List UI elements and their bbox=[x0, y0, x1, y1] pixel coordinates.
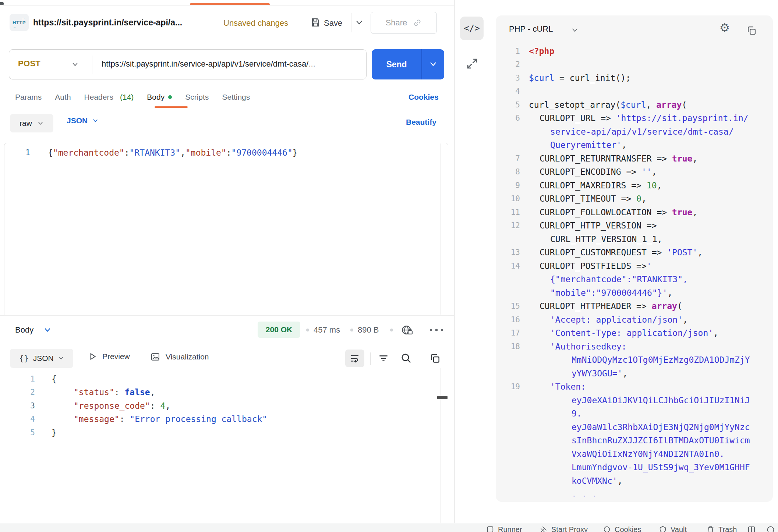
request-title: https://sit.paysprint.in/service-api/a..… bbox=[33, 18, 182, 28]
request-body-code[interactable]: 1{"merchantcode":"RTANKIT3","mobile":"97… bbox=[4, 146, 439, 162]
tab-headers[interactable]: Headers(14) bbox=[84, 93, 134, 102]
filter-button[interactable] bbox=[378, 352, 389, 364]
body-language-dropdown[interactable]: JSON bbox=[67, 116, 99, 125]
response-size[interactable]: 890 B bbox=[358, 325, 379, 335]
response-time[interactable]: 457 ms bbox=[314, 325, 340, 335]
more-actions-icon[interactable] bbox=[428, 327, 445, 333]
method-chevron-icon[interactable] bbox=[71, 62, 79, 67]
url-input-container[interactable]: POST https://sit.paysprint.in/service-ap… bbox=[9, 49, 367, 79]
status-badge[interactable]: 200 OK bbox=[258, 322, 300, 338]
code-token: , bbox=[697, 248, 703, 257]
code-line: koCVMXNc', bbox=[496, 474, 773, 487]
save-dropdown-chevron-icon[interactable] bbox=[355, 20, 364, 26]
code-token: , bbox=[646, 100, 657, 110]
response-body-chevron-icon[interactable] bbox=[43, 327, 52, 333]
code-token: , bbox=[692, 154, 697, 163]
save-icon[interactable] bbox=[310, 17, 321, 28]
response-scrollbar-thumb[interactable] bbox=[437, 396, 448, 399]
code-line: 4"message": "Error processing callback" bbox=[0, 412, 438, 426]
method-selector[interactable]: POST bbox=[18, 59, 40, 68]
line-number: 12 bbox=[496, 221, 520, 230]
tab-body[interactable]: Body bbox=[147, 93, 172, 102]
footer-start-proxy[interactable]: Start Proxy bbox=[540, 525, 588, 532]
editor-scrollbar-track[interactable] bbox=[440, 143, 441, 315]
line-number: 3 bbox=[496, 74, 520, 82]
footer-layout-button[interactable] bbox=[747, 525, 756, 532]
tab-settings[interactable]: Settings bbox=[222, 93, 250, 102]
cookies-link[interactable]: Cookies bbox=[409, 93, 439, 102]
footer-cookies[interactable]: Cookies bbox=[603, 525, 641, 532]
code-language-dropdown[interactable]: PHP - cURL bbox=[509, 24, 553, 34]
beautify-link[interactable]: Beautify bbox=[406, 118, 436, 127]
preview-tab[interactable]: Preview bbox=[88, 352, 130, 361]
save-button[interactable]: Save bbox=[324, 18, 342, 28]
code-snippet-panel: PHP - cURL ⚙ 1<?php23$curl = curl_init()… bbox=[496, 15, 773, 502]
tab-params[interactable]: Params bbox=[15, 93, 42, 102]
gear-icon[interactable]: ⚙ bbox=[719, 22, 730, 33]
response-body-dropdown[interactable]: Body bbox=[15, 325, 33, 335]
response-body-viewer[interactable]: 1{2"status": false,3"response_code": 4,4… bbox=[0, 372, 438, 440]
body-language-label: JSON bbox=[67, 116, 88, 125]
response-scrollbar-track[interactable] bbox=[440, 368, 441, 523]
footer-vault[interactable]: Vault bbox=[659, 525, 687, 532]
tab-auth[interactable]: Auth bbox=[55, 93, 71, 102]
line-number: 1 bbox=[0, 375, 35, 383]
share-button[interactable]: Share bbox=[371, 12, 437, 34]
copy-response-button[interactable] bbox=[429, 352, 441, 364]
code-token: $curl bbox=[529, 73, 554, 83]
active-tab-underline bbox=[190, 3, 270, 5]
indent-guide bbox=[55, 386, 55, 429]
unsaved-changes-label: Unsaved changes bbox=[223, 18, 288, 28]
code-token: "9700004446" bbox=[231, 148, 293, 157]
body-modified-dot bbox=[168, 95, 172, 99]
code-line: 2 bbox=[496, 58, 773, 71]
code-token: : bbox=[150, 401, 160, 411]
code-token: CURLOPT_HTTP_VERSION => bbox=[540, 221, 657, 230]
code-token: 'POST' bbox=[667, 248, 697, 257]
tab-separator bbox=[333, 0, 333, 5]
network-globe-lock-icon[interactable] bbox=[400, 323, 414, 337]
code-token: , bbox=[618, 476, 623, 486]
footer-trash[interactable]: Trash bbox=[707, 525, 737, 532]
arrow-right-icon: → bbox=[13, 16, 25, 20]
http-method-badge: → HTTP ← bbox=[10, 14, 29, 31]
copy-code-icon[interactable] bbox=[746, 25, 757, 36]
code-token: 9. bbox=[572, 409, 582, 418]
footer-runner[interactable]: Runner bbox=[486, 525, 522, 532]
search-button[interactable] bbox=[400, 352, 412, 364]
send-dropdown-chevron-icon[interactable] bbox=[422, 49, 444, 79]
response-format-dropdown[interactable]: {} JSON bbox=[10, 349, 73, 368]
url-input[interactable]: https://sit.paysprint.in/service-api/api… bbox=[102, 59, 315, 69]
code-language-chevron-icon[interactable] bbox=[571, 28, 579, 33]
code-token: CURL_HTTP_VERSION_1_1, bbox=[550, 234, 662, 244]
code-snippet-toggle-button[interactable]: </> bbox=[460, 17, 484, 40]
separator-dot bbox=[350, 329, 353, 331]
code-line: 8CURLOPT_ENCODING => '', bbox=[496, 165, 773, 179]
line-number: 6 bbox=[496, 114, 520, 123]
code-token: , bbox=[683, 315, 688, 324]
tab-scripts[interactable]: Scripts bbox=[185, 93, 209, 102]
code-token: array bbox=[656, 100, 682, 110]
code-line: 16'Accept: application/json', bbox=[496, 313, 773, 326]
request-body-editor[interactable] bbox=[4, 143, 448, 315]
code-token: , bbox=[165, 401, 170, 411]
search-icon bbox=[400, 352, 412, 364]
code-token: , bbox=[622, 369, 627, 378]
send-button-group[interactable]: Send bbox=[372, 49, 444, 79]
body-format-dropdown[interactable]: raw bbox=[10, 114, 53, 132]
wrap-text-button[interactable] bbox=[345, 350, 364, 367]
send-button[interactable]: Send bbox=[372, 49, 421, 79]
expand-panel-icon[interactable] bbox=[465, 57, 479, 71]
code-line: 7CURLOPT_RETURNTRANSFER => true, bbox=[496, 152, 773, 165]
code-token: "mobile":"9700004446"}' bbox=[550, 288, 668, 298]
code-snippet-content[interactable]: 1<?php23$curl = curl_init();45curl_setop… bbox=[496, 44, 773, 502]
pane-divider[interactable] bbox=[454, 0, 455, 523]
code-line: eyJ0aW1lc3RhbXAiOjE3NjQ2Njg0MjYyNzc bbox=[496, 420, 773, 434]
code-token: service-api/api/v1/service/dmt-casa/ bbox=[550, 127, 734, 136]
code-token: ' bbox=[647, 261, 652, 271]
code-line: 10CURLOPT_TIMEOUT => 0, bbox=[496, 192, 773, 206]
code-line: 11CURLOPT_FOLLOWLOCATION => true, bbox=[496, 205, 773, 219]
footer-help-button[interactable] bbox=[766, 525, 775, 532]
code-token: } bbox=[293, 148, 298, 157]
visualization-tab[interactable]: Visualization bbox=[150, 352, 209, 362]
